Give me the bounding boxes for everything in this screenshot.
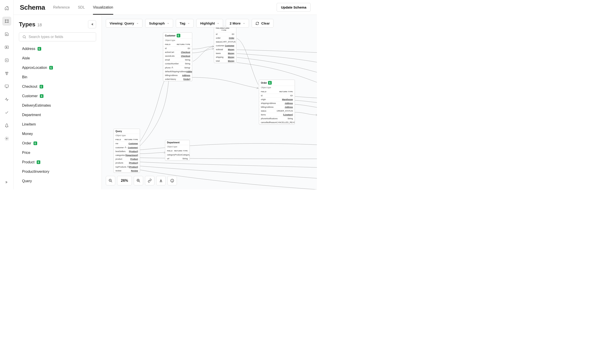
refresh-icon bbox=[255, 22, 259, 25]
field-row[interactable]: idID! bbox=[259, 94, 295, 98]
type-item-product[interactable]: ProductE bbox=[19, 157, 96, 167]
field-row[interactable]: topProducts[Product] bbox=[114, 165, 140, 169]
tab-sdl[interactable]: SDL bbox=[78, 0, 85, 15]
field-row[interactable]: reviewReview bbox=[114, 169, 140, 172]
download-button[interactable] bbox=[156, 176, 166, 185]
field-row[interactable]: meCustomer bbox=[114, 142, 140, 145]
tab-reference[interactable]: Reference bbox=[53, 0, 70, 15]
svg-point-2 bbox=[8, 20, 8, 20]
schema-graph-icon[interactable] bbox=[2, 17, 11, 26]
field-row[interactable]: billingAddressAddress bbox=[259, 105, 295, 109]
header-tabs: Reference SDL Visualization bbox=[53, 0, 113, 15]
field-row[interactable]: phoneNotificationsString bbox=[259, 117, 295, 121]
type-item-money[interactable]: Money bbox=[19, 129, 96, 139]
type-item-price[interactable]: Price bbox=[19, 148, 96, 157]
type-item-query[interactable]: Query bbox=[19, 176, 96, 186]
node-query[interactable]: Query Object type FIELDRETURN TYPE meCus… bbox=[113, 129, 140, 173]
type-item-checkout[interactable]: CheckoutE bbox=[19, 82, 96, 91]
field-row[interactable]: orderOrder bbox=[214, 36, 236, 40]
field-row[interactable]: idID! bbox=[214, 32, 236, 36]
explorer-icon[interactable] bbox=[2, 30, 11, 39]
link-button[interactable] bbox=[145, 176, 154, 185]
type-item-deliveryestimates[interactable]: DeliveryEstimates bbox=[19, 101, 96, 110]
page-title: Schema bbox=[20, 4, 45, 11]
field-row[interactable]: emailString bbox=[163, 58, 192, 62]
zoom-out-button[interactable] bbox=[106, 176, 115, 185]
monitor-icon[interactable] bbox=[2, 82, 11, 91]
field-row[interactable]: contactNumberString bbox=[163, 62, 192, 66]
highlight-dropdown[interactable]: Highlight bbox=[196, 19, 223, 28]
field-row[interactable]: bestSellers[Product] bbox=[114, 150, 140, 154]
field-row[interactable]: items[LineItem] bbox=[259, 113, 295, 117]
type-item-lineitem[interactable]: LineItem bbox=[19, 120, 96, 129]
field-row[interactable]: statusCART_STATUS bbox=[214, 40, 236, 44]
field-row[interactable]: originWarehouse bbox=[259, 98, 295, 102]
node-order[interactable]: OrderE Object type FIELDRETURN TYPE idID… bbox=[259, 80, 295, 124]
type-item-bin[interactable]: Bin bbox=[19, 72, 96, 82]
svg-rect-10 bbox=[5, 85, 8, 87]
field-row[interactable]: statusORDER_STATUS bbox=[259, 109, 295, 113]
search-input[interactable] bbox=[19, 32, 96, 41]
svg-point-7 bbox=[5, 72, 7, 73]
field-row[interactable]: urlString bbox=[165, 157, 189, 160]
svg-point-9 bbox=[6, 74, 7, 75]
clear-button[interactable]: Clear bbox=[252, 19, 274, 28]
field-row[interactable]: customerCustomer bbox=[214, 44, 236, 48]
info-button[interactable] bbox=[168, 176, 177, 185]
visualization-canvas[interactable]: Viewing: Query Subgraph Tag Highlight 2 … bbox=[102, 15, 317, 189]
field-row[interactable]: shippingMoney bbox=[214, 55, 236, 59]
node-department[interactable]: Department Object type FIELDRETURN TYPE … bbox=[165, 140, 190, 161]
type-item-order[interactable]: OrderE bbox=[19, 139, 96, 148]
clients-icon[interactable] bbox=[2, 69, 11, 78]
more-dropdown[interactable]: 2 More bbox=[226, 19, 249, 28]
zoom-level: 26% bbox=[117, 176, 132, 185]
settings-icon[interactable] bbox=[2, 134, 11, 143]
sidebar-count: 18 bbox=[37, 23, 42, 27]
field-row[interactable]: phoneString! bbox=[163, 66, 192, 70]
collapse-sidebar-button[interactable] bbox=[88, 20, 96, 28]
field-row[interactable]: productProduct bbox=[114, 157, 140, 161]
svg-point-0 bbox=[8, 7, 8, 7]
field-row[interactable]: taxesMoney bbox=[214, 52, 236, 55]
svg-point-12 bbox=[23, 36, 26, 38]
search-icon bbox=[22, 35, 26, 39]
field-row[interactable]: customerCustomer! bbox=[114, 145, 140, 150]
svg-point-3 bbox=[5, 22, 6, 23]
field-row[interactable]: defaultShippingAddressAddress bbox=[163, 70, 192, 74]
type-item-department[interactable]: Department bbox=[19, 110, 96, 120]
field-row[interactable]: categories[Department] bbox=[114, 154, 140, 157]
search-field[interactable] bbox=[29, 35, 93, 39]
type-item-address[interactable]: AddressE bbox=[19, 44, 96, 53]
home-icon[interactable] bbox=[2, 4, 11, 13]
field-row[interactable]: idID! bbox=[163, 47, 192, 50]
field-row[interactable]: products[Product] bbox=[114, 161, 140, 165]
type-item-aisle[interactable]: Aisle bbox=[19, 53, 96, 63]
tab-visualization[interactable]: Visualization bbox=[93, 0, 113, 15]
type-item-approxlocation[interactable]: ApproxLocationE bbox=[19, 63, 96, 72]
field-row[interactable]: subtotalMoney bbox=[214, 48, 236, 52]
field-row[interactable]: orderHistory[Order] bbox=[163, 78, 192, 81]
viewing-dropdown[interactable]: Viewing: Query bbox=[106, 19, 143, 28]
node-checkout[interactable]: FIELDRETURN TYPE idID!orderOrderstatusCA… bbox=[214, 26, 236, 63]
type-item-customer[interactable]: CustomerE bbox=[19, 91, 96, 101]
svg-point-1 bbox=[5, 20, 6, 20]
update-schema-button[interactable]: Update Schema bbox=[277, 3, 311, 12]
field-row[interactable]: shippingAddressAddress bbox=[259, 102, 295, 105]
checks-icon[interactable] bbox=[2, 108, 11, 117]
tag-dropdown[interactable]: Tag bbox=[176, 19, 194, 28]
field-row[interactable]: categoryProductCategory bbox=[165, 153, 189, 157]
expand-rail-icon[interactable] bbox=[2, 178, 11, 187]
insights-icon[interactable] bbox=[2, 95, 11, 104]
type-item-productinventory[interactable]: ProductInventory bbox=[19, 167, 96, 176]
subgraph-dropdown[interactable]: Subgraph bbox=[145, 19, 173, 28]
field-row[interactable]: totalMoney bbox=[214, 59, 236, 63]
field-row[interactable]: savedListsCheckout bbox=[163, 54, 192, 58]
launch-icon[interactable] bbox=[2, 121, 11, 130]
field-row[interactable]: cancelledReasonCANCELLED_REASON bbox=[259, 121, 295, 124]
field-row[interactable]: billingAddressAddress bbox=[163, 74, 192, 78]
node-customer[interactable]: CustomerE Object type FIELDRETURN TYPE i… bbox=[163, 32, 192, 81]
field-row[interactable]: activeCartCheckout bbox=[163, 50, 192, 54]
zoom-in-button[interactable] bbox=[134, 176, 143, 185]
play-icon[interactable] bbox=[2, 43, 11, 52]
diff-icon[interactable] bbox=[2, 56, 11, 65]
